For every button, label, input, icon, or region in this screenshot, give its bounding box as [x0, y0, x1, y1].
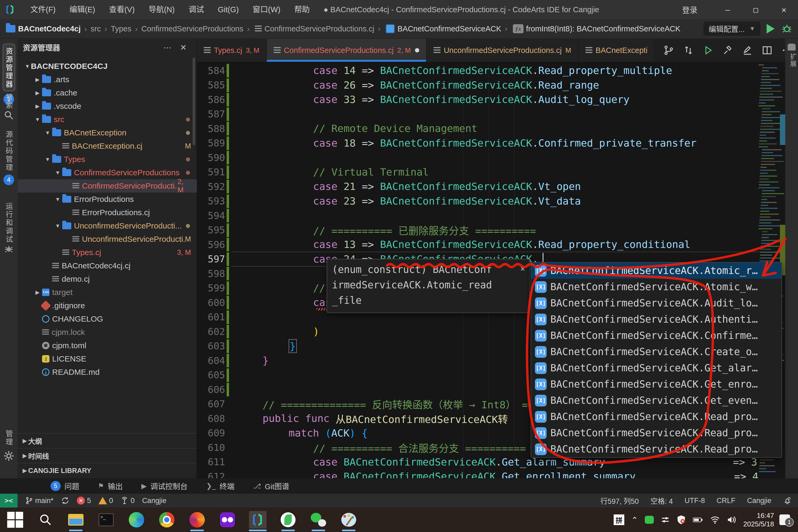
line-number[interactable]: 606: [197, 384, 225, 395]
remote-indicator[interactable]: ><: [0, 494, 18, 508]
debug-button[interactable]: [781, 23, 793, 35]
line-number[interactable]: 591: [197, 167, 225, 177]
tree-item-.gitignore[interactable]: .gitignore: [18, 299, 197, 312]
git-branch-icon[interactable]: [663, 45, 674, 56]
wechat-tray-icon[interactable]: [645, 516, 654, 524]
tree-item-BACNETCODEC4CJ[interactable]: ▼BACNETCODEC4CJ: [18, 60, 197, 73]
tree-item-target[interactable]: ▶TARtarget: [18, 286, 197, 299]
breadcrumb-method[interactable]: fromInt8(Int8): BACnetConfirmedServiceAC…: [526, 24, 680, 33]
line-number[interactable]: 586: [197, 94, 225, 105]
edit-config-dropdown[interactable]: 编辑配置...▼: [704, 22, 760, 36]
line-number[interactable]: 598: [197, 268, 225, 279]
taskbar-terminal[interactable]: >_: [97, 511, 115, 529]
tree-item-.arts[interactable]: ▶.arts: [18, 73, 197, 86]
line-number[interactable]: 596: [197, 239, 225, 250]
suggestion-item[interactable]: [X]BACnetConfirmedServiceACK.Get_alar…: [531, 360, 781, 376]
code-line-594[interactable]: 594: [197, 208, 785, 223]
taskbar-firefox[interactable]: [188, 511, 206, 529]
tree-item-LICENSE[interactable]: ⚷LICENSE: [18, 352, 197, 365]
taskbar-clock[interactable]: 16:47 2025/5/18: [743, 511, 774, 528]
tree-item-src[interactable]: ▼src: [18, 113, 197, 126]
line-number[interactable]: 588: [197, 123, 225, 134]
sync-button[interactable]: [61, 496, 70, 505]
line-number[interactable]: 599: [197, 283, 225, 293]
taskbar-edge[interactable]: [128, 511, 145, 529]
line-number[interactable]: 585: [197, 79, 225, 91]
ports-status[interactable]: 0: [120, 497, 135, 505]
git-branch-status[interactable]: main*: [25, 496, 54, 505]
menu-调试[interactable]: 调试: [182, 0, 211, 19]
tab-ConfirmedServiceProductions.cj[interactable]: ConfirmedServiceProductions.cj2, M: [267, 39, 427, 62]
taskbar-mumu[interactable]: [218, 511, 236, 529]
line-number[interactable]: 605: [197, 369, 225, 380]
tree-item-Types.cj[interactable]: Types.cj3, M: [18, 246, 197, 259]
code-line-588[interactable]: 588// Remote Device Management: [197, 121, 785, 136]
suggestion-item[interactable]: [X]BACnetConfirmedServiceACK.Audit_lo…: [531, 295, 781, 311]
encoding[interactable]: UTF-8: [684, 497, 705, 505]
breadcrumb-file[interactable]: ConfirmedServiceProductions.cj: [264, 24, 374, 33]
code-line-592[interactable]: 592case 21 => BACnetConfirmedServiceACK.…: [197, 179, 785, 194]
tree-item-ConfirmedServiceProducti...[interactable]: ConfirmedServiceProducti...2, M: [18, 179, 197, 193]
minimize-button[interactable]: —: [714, 0, 742, 19]
language-indicator[interactable]: Cangjie: [747, 497, 772, 505]
suggestion-item[interactable]: [X]BACnetConfirmedServiceACK.Create_o…: [531, 344, 781, 360]
taskbar-solar[interactable]: [279, 511, 297, 529]
panel-tab-问题[interactable]: 5问题: [51, 481, 79, 491]
tree-item-ConfirmedServiceProductions[interactable]: ▼ConfirmedServiceProductions: [18, 166, 197, 179]
panel-tab-输出[interactable]: ⚑输出: [98, 481, 122, 491]
bell-icon[interactable]: [783, 496, 792, 505]
run-button[interactable]: [766, 24, 775, 34]
indent-size[interactable]: 空格: 4: [650, 496, 673, 506]
breadcrumb-item[interactable]: ConfirmedServiceProductions: [141, 24, 243, 33]
line-number[interactable]: 584: [197, 65, 225, 76]
line-number[interactable]: 587: [197, 109, 225, 119]
tree-item-BACnetCodec4cj.cj[interactable]: BACnetCodec4cj.cj: [18, 259, 197, 272]
panel-tab-调试控制台[interactable]: ▶调试控制台: [141, 481, 188, 491]
settings-sliders-icon[interactable]: [661, 515, 670, 524]
code-line-595[interactable]: 595// ========== 已删除服务分支 ==========: [197, 223, 785, 238]
line-number[interactable]: 593: [197, 195, 225, 206]
tree-item-.cache[interactable]: ▶.cache: [18, 86, 197, 99]
tree-item-ErrorProductions[interactable]: ▼ErrorProductions: [18, 193, 197, 206]
tree-item-cjpm.toml[interactable]: ✱cjpm.toml: [18, 339, 197, 352]
split-editor-icon[interactable]: [762, 45, 773, 56]
panel-tab-Git图谱[interactable]: ⎇Git图谱: [253, 481, 289, 491]
wifi-icon[interactable]: [710, 516, 720, 524]
close-button[interactable]: ✕: [770, 0, 798, 19]
tray-expand-icon[interactable]: ⌃: [631, 515, 638, 525]
suggestion-item[interactable]: [X]BACnetConfirmedServiceACK.Get_even…: [531, 392, 781, 408]
taskbar-windows-start[interactable]: [6, 511, 24, 529]
sidebar-scrollbar[interactable]: [193, 57, 195, 145]
tooltip-close-icon[interactable]: ×: [520, 261, 525, 277]
activity-item-搜索[interactable]: 搜索: [0, 93, 18, 120]
suggestion-item[interactable]: [X]BACnetConfirmedServiceACK.Confirme…: [531, 327, 781, 344]
line-number[interactable]: 589: [197, 137, 225, 148]
sidebar-section-时间线[interactable]: ▶时间线: [18, 448, 197, 463]
volume-icon[interactable]: [727, 516, 736, 524]
menu-Git(G)[interactable]: Git(G): [211, 0, 246, 19]
taskbar-codearts[interactable]: [249, 511, 267, 529]
line-number[interactable]: 600: [197, 297, 225, 308]
tree-item-UnconfirmedServiceProducti...[interactable]: ▼UnconfirmedServiceProducti...: [18, 219, 197, 232]
breadcrumb-symbol[interactable]: BACnetConfirmedServiceACK: [397, 24, 501, 33]
suggestion-item[interactable]: [X]BACnetConfirmedServiceACK.Get_enro…: [531, 376, 781, 392]
line-number[interactable]: 604: [197, 355, 225, 366]
activity-item-管理[interactable]: 管理: [0, 430, 18, 462]
menu-查看(V)[interactable]: 查看(V): [102, 0, 142, 19]
line-number[interactable]: 601: [197, 311, 225, 322]
notification-center-icon[interactable]: 1: [779, 514, 790, 525]
suggestion-item[interactable]: [X]BACnetConfirmedServiceACK.Atomic_w…: [531, 279, 781, 295]
code-line-585[interactable]: 585case 26 => BACnetConfirmedServiceACK.…: [197, 78, 785, 93]
tree-item-.vscode[interactable]: ▶.vscode: [18, 99, 197, 113]
assistant-icon[interactable]: [787, 44, 796, 51]
activity-item-源代码管理[interactable]: 源代码管理4: [0, 131, 18, 185]
code-line-586[interactable]: 586case 33 => BACnetConfirmedServiceACK.…: [197, 92, 785, 107]
code-line-593[interactable]: 593case 23 => BACnetConfirmedServiceACK.…: [197, 194, 785, 209]
login-button[interactable]: 登录: [682, 4, 698, 15]
code-line-596[interactable]: 596case 13 => BACnetConfirmedServiceACK.…: [197, 237, 785, 252]
menu-帮助[interactable]: 帮助: [287, 0, 317, 19]
battery-icon[interactable]: [693, 516, 703, 523]
code-line-584[interactable]: 584case 14 => BACnetConfirmedServiceACK.…: [197, 63, 785, 78]
line-number[interactable]: 603: [197, 341, 225, 352]
edit-pencil-icon[interactable]: [742, 45, 753, 56]
